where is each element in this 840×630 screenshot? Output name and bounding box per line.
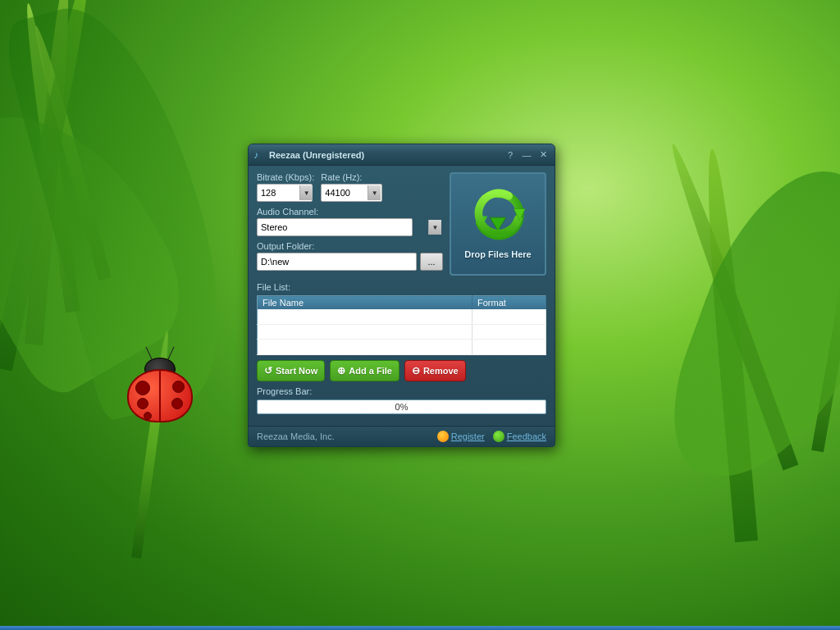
remove-button[interactable]: ⊖ Remove	[404, 360, 466, 381]
buttons-row: ↺ Start Now ⊕ Add a File ⊖ Remove	[257, 360, 546, 381]
bitrate-rate-row: Bitrate (Kbps): 64 96 128 160 192 256 32…	[257, 172, 443, 202]
progress-text: 0%	[258, 400, 546, 413]
bitrate-label: Bitrate (Kbps):	[257, 172, 314, 182]
register-label: Register	[451, 431, 485, 441]
rate-select-wrapper: 22050 44100 48000 ▼	[321, 184, 382, 202]
progress-bar-container: 0%	[257, 399, 546, 414]
folder-input[interactable]	[257, 253, 417, 271]
title-bar: ♪ Reezaa (Unregistered) ? — ✕	[249, 144, 555, 166]
table-row	[258, 340, 546, 354]
remove-label: Remove	[423, 366, 459, 376]
folder-label: Output Folder:	[257, 241, 314, 251]
register-icon	[437, 431, 449, 442]
bitrate-select-wrapper: 64 96 128 160 192 256 320 ▼	[257, 184, 314, 202]
folder-row-group: Output Folder: ...	[257, 241, 443, 271]
app-window: ♪ Reezaa (Unregistered) ? — ✕ Bitrate (K…	[248, 144, 555, 447]
footer-links: Register Feedback	[437, 431, 546, 442]
drop-icon-svg	[469, 189, 527, 246]
rate-group: Rate (Hz): 22050 44100 48000 ▼	[321, 172, 382, 202]
close-button[interactable]: ✕	[536, 149, 550, 161]
file-table-body	[258, 309, 546, 354]
file-list-label: File List:	[257, 282, 546, 292]
rate-label: Rate (Hz):	[321, 172, 382, 182]
feedback-icon	[493, 431, 504, 442]
taskbar	[0, 626, 840, 630]
start-icon: ↺	[264, 366, 272, 376]
channel-label: Audio Channel:	[257, 207, 318, 217]
minimize-button[interactable]: —	[520, 149, 533, 161]
remove-icon: ⊖	[412, 366, 420, 376]
channel-select-wrapper: Mono Stereo ▼	[257, 218, 443, 236]
feedback-label: Feedback	[507, 431, 546, 441]
progress-label: Progress Bar:	[257, 386, 546, 396]
ladybug-decoration	[127, 369, 209, 435]
table-row	[258, 309, 546, 324]
channel-arrow-icon: ▼	[428, 220, 441, 235]
rate-select[interactable]: 22050 44100 48000	[321, 184, 382, 202]
channel-select[interactable]: Mono Stereo	[257, 218, 413, 236]
col-format: Format	[472, 296, 546, 310]
bitrate-select[interactable]: 64 96 128 160 192 256 320	[257, 184, 313, 202]
settings-panel: Bitrate (Kbps): 64 96 128 160 192 256 32…	[257, 172, 443, 276]
add-label: Add a File	[349, 366, 392, 376]
feedback-link[interactable]: Feedback	[493, 431, 546, 442]
channel-row: Audio Channel: Mono Stereo ▼	[257, 207, 443, 236]
col-filename: File Name	[258, 296, 472, 310]
file-table: File Name Format	[257, 295, 546, 355]
title-bar-left: ♪ Reezaa (Unregistered)	[253, 149, 364, 161]
top-section: Bitrate (Kbps): 64 96 128 160 192 256 32…	[257, 172, 546, 276]
table-row	[258, 324, 546, 339]
add-file-button[interactable]: ⊕ Add a File	[330, 360, 399, 381]
company-name: Reezaa Media, Inc.	[257, 431, 335, 441]
window-footer: Reezaa Media, Inc. Register Feedback	[249, 426, 555, 446]
register-link[interactable]: Register	[437, 431, 485, 442]
add-icon: ⊕	[337, 366, 345, 376]
folder-row: ...	[257, 253, 443, 271]
title-bar-controls: ? — ✕	[504, 149, 550, 161]
start-label: Start Now	[276, 366, 317, 376]
bitrate-group: Bitrate (Kbps): 64 96 128 160 192 256 32…	[257, 172, 314, 202]
start-now-button[interactable]: ↺ Start Now	[257, 360, 325, 381]
file-list-section: File List: File Name Format	[257, 282, 546, 355]
window-title: Reezaa (Unregistered)	[269, 150, 364, 160]
drop-label: Drop Files Here	[464, 249, 531, 259]
browse-button[interactable]: ...	[420, 253, 443, 271]
help-button[interactable]: ?	[504, 149, 517, 161]
window-content: Bitrate (Kbps): 64 96 128 160 192 256 32…	[249, 166, 555, 426]
app-icon: ♪	[253, 149, 265, 161]
progress-section: Progress Bar: 0%	[257, 386, 546, 414]
drop-zone[interactable]: Drop Files Here	[450, 172, 546, 276]
